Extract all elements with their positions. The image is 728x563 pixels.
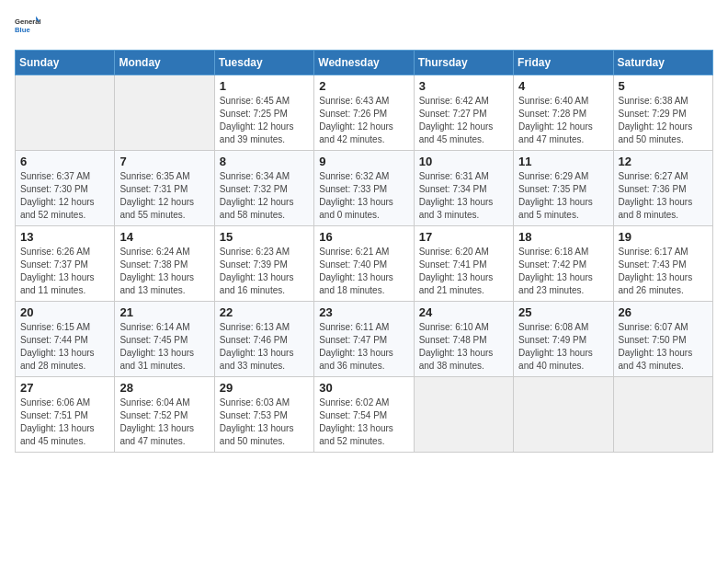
day-number: 9 bbox=[319, 155, 408, 168]
calendar-cell: 13Sunrise: 6:26 AM Sunset: 7:37 PM Dayli… bbox=[16, 226, 115, 302]
calendar-day-header: Saturday bbox=[613, 51, 712, 75]
calendar-cell: 1Sunrise: 6:45 AM Sunset: 7:25 PM Daylig… bbox=[214, 75, 313, 151]
calendar-cell: 26Sunrise: 6:07 AM Sunset: 7:50 PM Dayli… bbox=[613, 302, 712, 377]
day-number: 15 bbox=[220, 230, 309, 244]
day-info: Sunrise: 6:38 AM Sunset: 7:29 PM Dayligh… bbox=[619, 95, 708, 146]
page-header: General Blue bbox=[15, 15, 713, 40]
day-number: 8 bbox=[220, 155, 309, 168]
calendar-cell bbox=[613, 377, 712, 453]
calendar-week-row: 20Sunrise: 6:15 AM Sunset: 7:44 PM Dayli… bbox=[16, 302, 713, 377]
calendar-cell: 5Sunrise: 6:38 AM Sunset: 7:29 PM Daylig… bbox=[613, 75, 712, 151]
calendar-cell: 16Sunrise: 6:21 AM Sunset: 7:40 PM Dayli… bbox=[314, 226, 414, 302]
day-info: Sunrise: 6:24 AM Sunset: 7:38 PM Dayligh… bbox=[119, 246, 209, 297]
day-info: Sunrise: 6:42 AM Sunset: 7:27 PM Dayligh… bbox=[419, 95, 508, 146]
calendar-day-header: Tuesday bbox=[214, 51, 313, 75]
day-info: Sunrise: 6:02 AM Sunset: 7:54 PM Dayligh… bbox=[319, 396, 408, 448]
calendar-cell: 2Sunrise: 6:43 AM Sunset: 7:26 PM Daylig… bbox=[314, 75, 414, 151]
calendar-cell: 15Sunrise: 6:23 AM Sunset: 7:39 PM Dayli… bbox=[214, 226, 313, 302]
day-info: Sunrise: 6:29 AM Sunset: 7:35 PM Dayligh… bbox=[518, 170, 608, 222]
day-info: Sunrise: 6:43 AM Sunset: 7:26 PM Dayligh… bbox=[319, 95, 408, 146]
calendar-cell bbox=[16, 75, 115, 151]
calendar-cell: 12Sunrise: 6:27 AM Sunset: 7:36 PM Dayli… bbox=[613, 151, 712, 226]
calendar-cell: 19Sunrise: 6:17 AM Sunset: 7:43 PM Dayli… bbox=[613, 226, 712, 302]
day-info: Sunrise: 6:45 AM Sunset: 7:25 PM Dayligh… bbox=[220, 95, 309, 146]
calendar-cell: 21Sunrise: 6:14 AM Sunset: 7:45 PM Dayli… bbox=[115, 302, 214, 377]
day-number: 17 bbox=[419, 230, 508, 244]
day-number: 7 bbox=[119, 155, 209, 168]
day-number: 13 bbox=[20, 230, 109, 244]
day-number: 29 bbox=[220, 381, 309, 395]
day-number: 25 bbox=[518, 305, 608, 319]
day-info: Sunrise: 6:08 AM Sunset: 7:49 PM Dayligh… bbox=[518, 321, 608, 373]
day-info: Sunrise: 6:06 AM Sunset: 7:51 PM Dayligh… bbox=[20, 396, 109, 448]
calendar-cell: 28Sunrise: 6:04 AM Sunset: 7:52 PM Dayli… bbox=[115, 377, 214, 453]
day-info: Sunrise: 6:40 AM Sunset: 7:28 PM Dayligh… bbox=[518, 95, 608, 146]
day-info: Sunrise: 6:34 AM Sunset: 7:32 PM Dayligh… bbox=[220, 170, 309, 222]
day-info: Sunrise: 6:23 AM Sunset: 7:39 PM Dayligh… bbox=[220, 246, 309, 297]
calendar-cell: 23Sunrise: 6:11 AM Sunset: 7:47 PM Dayli… bbox=[314, 302, 414, 377]
calendar-cell: 9Sunrise: 6:32 AM Sunset: 7:33 PM Daylig… bbox=[314, 151, 414, 226]
day-info: Sunrise: 6:27 AM Sunset: 7:36 PM Dayligh… bbox=[619, 170, 708, 222]
calendar-cell: 25Sunrise: 6:08 AM Sunset: 7:49 PM Dayli… bbox=[514, 302, 613, 377]
calendar-cell bbox=[414, 377, 513, 453]
day-info: Sunrise: 6:35 AM Sunset: 7:31 PM Dayligh… bbox=[119, 170, 209, 222]
calendar-cell: 24Sunrise: 6:10 AM Sunset: 7:48 PM Dayli… bbox=[414, 302, 513, 377]
day-info: Sunrise: 6:26 AM Sunset: 7:37 PM Dayligh… bbox=[20, 246, 109, 297]
day-info: Sunrise: 6:21 AM Sunset: 7:40 PM Dayligh… bbox=[319, 246, 408, 297]
day-number: 3 bbox=[419, 79, 508, 93]
calendar-day-header: Sunday bbox=[16, 51, 115, 75]
day-number: 18 bbox=[518, 230, 608, 244]
day-info: Sunrise: 6:32 AM Sunset: 7:33 PM Dayligh… bbox=[319, 170, 408, 222]
day-info: Sunrise: 6:31 AM Sunset: 7:34 PM Dayligh… bbox=[419, 170, 508, 222]
day-number: 14 bbox=[119, 230, 209, 244]
day-number: 22 bbox=[220, 305, 309, 319]
calendar-cell: 20Sunrise: 6:15 AM Sunset: 7:44 PM Dayli… bbox=[16, 302, 115, 377]
day-number: 12 bbox=[619, 155, 708, 168]
day-number: 2 bbox=[319, 79, 408, 93]
day-info: Sunrise: 6:04 AM Sunset: 7:52 PM Dayligh… bbox=[119, 396, 209, 448]
day-info: Sunrise: 6:13 AM Sunset: 7:46 PM Dayligh… bbox=[220, 321, 309, 373]
calendar-cell: 30Sunrise: 6:02 AM Sunset: 7:54 PM Dayli… bbox=[314, 377, 414, 453]
calendar-cell: 14Sunrise: 6:24 AM Sunset: 7:38 PM Dayli… bbox=[115, 226, 214, 302]
day-info: Sunrise: 6:11 AM Sunset: 7:47 PM Dayligh… bbox=[319, 321, 408, 373]
calendar-cell: 8Sunrise: 6:34 AM Sunset: 7:32 PM Daylig… bbox=[214, 151, 313, 226]
calendar-day-header: Monday bbox=[115, 51, 214, 75]
calendar-cell: 6Sunrise: 6:37 AM Sunset: 7:30 PM Daylig… bbox=[16, 151, 115, 226]
day-info: Sunrise: 6:15 AM Sunset: 7:44 PM Dayligh… bbox=[20, 321, 109, 373]
calendar-week-row: 1Sunrise: 6:45 AM Sunset: 7:25 PM Daylig… bbox=[16, 75, 713, 151]
calendar-cell: 22Sunrise: 6:13 AM Sunset: 7:46 PM Dayli… bbox=[214, 302, 313, 377]
calendar-cell: 29Sunrise: 6:03 AM Sunset: 7:53 PM Dayli… bbox=[214, 377, 313, 453]
day-number: 30 bbox=[319, 381, 408, 395]
day-number: 19 bbox=[619, 230, 708, 244]
calendar-header-row: SundayMondayTuesdayWednesdayThursdayFrid… bbox=[16, 51, 713, 75]
calendar-cell bbox=[514, 377, 613, 453]
day-number: 27 bbox=[20, 381, 109, 395]
calendar-cell: 3Sunrise: 6:42 AM Sunset: 7:27 PM Daylig… bbox=[414, 75, 513, 151]
day-info: Sunrise: 6:14 AM Sunset: 7:45 PM Dayligh… bbox=[119, 321, 209, 373]
svg-text:Blue: Blue bbox=[15, 26, 30, 34]
calendar-cell: 7Sunrise: 6:35 AM Sunset: 7:31 PM Daylig… bbox=[115, 151, 214, 226]
calendar-week-row: 13Sunrise: 6:26 AM Sunset: 7:37 PM Dayli… bbox=[16, 226, 713, 302]
calendar-day-header: Friday bbox=[514, 51, 613, 75]
logo-icon: General Blue bbox=[15, 15, 40, 40]
day-info: Sunrise: 6:18 AM Sunset: 7:42 PM Dayligh… bbox=[518, 246, 608, 297]
logo: General Blue bbox=[15, 15, 40, 40]
calendar-cell: 17Sunrise: 6:20 AM Sunset: 7:41 PM Dayli… bbox=[414, 226, 513, 302]
day-number: 16 bbox=[319, 230, 408, 244]
calendar-cell bbox=[115, 75, 214, 151]
day-number: 23 bbox=[319, 305, 408, 319]
day-info: Sunrise: 6:20 AM Sunset: 7:41 PM Dayligh… bbox=[419, 246, 508, 297]
day-number: 1 bbox=[220, 79, 309, 93]
day-number: 5 bbox=[619, 79, 708, 93]
day-number: 10 bbox=[419, 155, 508, 168]
day-info: Sunrise: 6:03 AM Sunset: 7:53 PM Dayligh… bbox=[220, 396, 309, 448]
day-number: 28 bbox=[119, 381, 209, 395]
calendar-cell: 18Sunrise: 6:18 AM Sunset: 7:42 PM Dayli… bbox=[514, 226, 613, 302]
day-number: 26 bbox=[619, 305, 708, 319]
day-number: 21 bbox=[119, 305, 209, 319]
calendar-week-row: 27Sunrise: 6:06 AM Sunset: 7:51 PM Dayli… bbox=[16, 377, 713, 453]
day-number: 20 bbox=[20, 305, 109, 319]
day-info: Sunrise: 6:37 AM Sunset: 7:30 PM Dayligh… bbox=[20, 170, 109, 222]
day-number: 24 bbox=[419, 305, 508, 319]
calendar-cell: 10Sunrise: 6:31 AM Sunset: 7:34 PM Dayli… bbox=[414, 151, 513, 226]
